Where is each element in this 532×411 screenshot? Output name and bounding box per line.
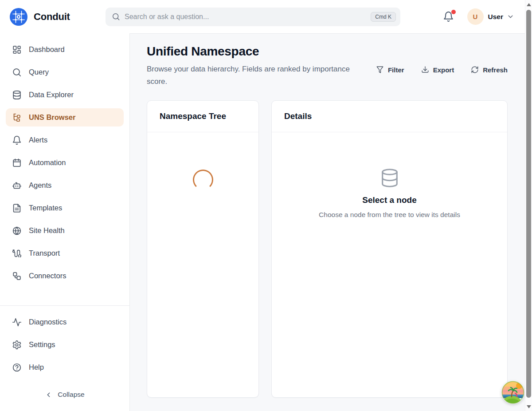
sidebar-item-label: Transport — [29, 249, 60, 257]
calendar-icon — [12, 158, 22, 168]
sidebar-item-settings[interactable]: Settings — [6, 336, 124, 354]
sidebar-item-dashboard[interactable]: Dashboard — [6, 40, 124, 59]
database-icon — [379, 168, 400, 188]
global-search[interactable]: Cmd K — [106, 8, 400, 26]
export-button[interactable]: Export — [421, 51, 454, 88]
bot-icon — [12, 181, 22, 190]
sidebar-item-alerts[interactable]: Alerts — [6, 131, 124, 149]
globe-icon — [12, 226, 22, 236]
filter-button[interactable]: Filter — [376, 51, 404, 88]
collapse-sidebar-button[interactable]: Collapse — [45, 391, 84, 399]
sidebar-item-label: Diagnostics — [29, 318, 66, 326]
chevron-left-icon — [45, 391, 52, 399]
sidebar-item-transport[interactable]: Transport — [6, 244, 124, 262]
page-subtitle: Browse your data hierarchy. Fields are r… — [147, 63, 371, 88]
loading-spinner — [193, 170, 213, 190]
main-content: Unified Namespace Browse your data hiera… — [130, 33, 525, 411]
gear-icon — [12, 340, 22, 350]
sidebar-item-uns-browser[interactable]: UNS Browser — [6, 108, 124, 126]
sidebar-item-label: Dashboard — [29, 45, 65, 54]
sidebar-item-label: Query — [29, 68, 49, 76]
workflow-icon — [12, 271, 22, 281]
search-input[interactable] — [125, 13, 366, 21]
collapse-label: Collapse — [58, 391, 84, 399]
scrollbar-up-arrow-icon[interactable] — [525, 1, 532, 8]
sidebar-item-help[interactable]: Help — [6, 358, 124, 376]
sidebar-item-label: Settings — [29, 340, 55, 349]
details-panel: Details Select a node Choose a node from… — [271, 100, 508, 398]
details-title: Details — [284, 111, 312, 121]
file-text-icon — [12, 203, 22, 213]
sidebar-item-label: Data Explorer — [29, 91, 74, 99]
search-icon — [12, 67, 22, 77]
island-emoji-button[interactable] — [501, 381, 524, 404]
sidebar-item-label: Help — [29, 363, 44, 371]
page-scrollbar[interactable] — [525, 0, 532, 411]
top-header: Conduit Cmd K U User — [0, 0, 525, 33]
refresh-button[interactable]: Refresh — [471, 51, 508, 88]
conduit-logo-icon — [9, 7, 28, 27]
refresh-button-label: Refresh — [483, 66, 508, 74]
brand[interactable]: Conduit — [9, 7, 106, 27]
sidebar-item-automation[interactable]: Automation — [6, 154, 124, 172]
tree-icon — [12, 113, 22, 123]
notifications-bell-icon[interactable] — [441, 9, 456, 24]
search-shortcut-badge: Cmd K — [371, 12, 396, 22]
namespace-tree-panel: Namespace Tree — [147, 100, 259, 398]
activity-icon — [12, 317, 22, 327]
user-name[interactable]: User — [488, 13, 503, 21]
help-circle-icon — [12, 363, 22, 372]
app-window: Conduit Cmd K U User Dashboa — [0, 0, 525, 411]
export-button-label: Export — [433, 66, 454, 74]
page-title: Unified Namespace — [147, 44, 371, 59]
filter-icon — [376, 66, 384, 74]
page-actions: Filter Export Refresh — [376, 44, 508, 88]
refresh-icon — [471, 66, 479, 74]
scrollbar-thumb[interactable] — [526, 10, 531, 398]
dashboard-icon — [12, 45, 22, 55]
filter-button-label: Filter — [388, 66, 404, 74]
sidebar-item-label: UNS Browser — [29, 113, 75, 122]
sidebar-divider — [0, 305, 129, 306]
sidebar-item-connectors[interactable]: Connectors — [6, 267, 124, 285]
notification-dot — [451, 10, 456, 14]
sidebar-item-label: Connectors — [29, 272, 66, 280]
empty-state-caption: Choose a node from the tree to view its … — [319, 211, 460, 219]
sidebar-item-data-explorer[interactable]: Data Explorer — [6, 86, 124, 104]
sidebar-item-agents[interactable]: Agents — [6, 176, 124, 194]
sidebar-item-label: Site Health — [29, 226, 65, 235]
sidebar-item-diagnostics[interactable]: Diagnostics — [6, 313, 124, 331]
database-icon — [12, 90, 22, 100]
sidebar-item-templates[interactable]: Templates — [6, 199, 124, 217]
chevron-down-icon[interactable] — [507, 13, 514, 20]
download-icon — [421, 66, 429, 74]
search-icon — [112, 12, 120, 21]
sidebar-item-site-health[interactable]: Site Health — [6, 221, 124, 240]
sidebar: Dashboard Query Data Explorer UNS Browse… — [0, 33, 130, 411]
brand-name: Conduit — [34, 11, 70, 23]
sidebar-item-label: Automation — [29, 158, 66, 167]
sidebar-item-label: Alerts — [29, 136, 47, 144]
cable-icon — [12, 249, 22, 258]
empty-state-title: Select a node — [362, 195, 417, 205]
sidebar-item-label: Templates — [29, 204, 62, 212]
scrollbar-down-arrow-icon[interactable] — [525, 403, 532, 410]
header-actions: U User — [441, 8, 514, 25]
sidebar-item-label: Agents — [29, 181, 51, 190]
bell-icon — [12, 135, 22, 145]
user-avatar[interactable]: U — [467, 8, 484, 25]
namespace-tree-title: Namespace Tree — [160, 111, 226, 121]
sidebar-item-query[interactable]: Query — [6, 63, 124, 81]
